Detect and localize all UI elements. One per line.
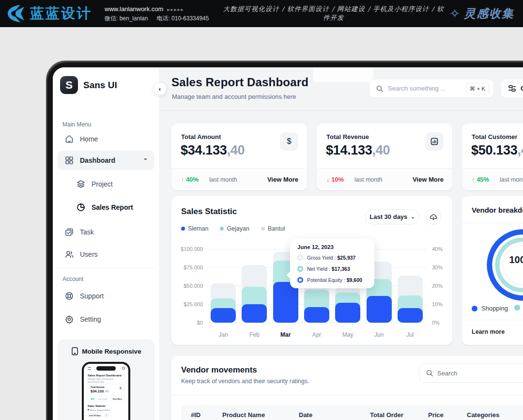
- home-icon: [64, 134, 74, 144]
- mobile-card-title: Mobile Responsive: [82, 348, 141, 355]
- view-more-link[interactable]: View More: [267, 176, 298, 183]
- table-search-input[interactable]: Search: [419, 363, 523, 383]
- vendor-breakdown-card: Vendor breakdown 100% Shopping Learn mor…: [462, 196, 523, 345]
- sidebar-item-sales-report[interactable]: Sales Report: [58, 198, 154, 217]
- banner-wechat: 微信: ben_lanlan: [105, 15, 148, 22]
- sidebar-item-users[interactable]: Users: [58, 245, 154, 264]
- banner-arrows: ▸▸▸▸▸: [167, 7, 184, 12]
- download-button[interactable]: [425, 209, 441, 225]
- gross-yield-ring-icon: [297, 255, 303, 261]
- promo-banner: 蓝蓝设计 www.lanlanwork.com▸▸▸▸▸ 微信: ben_lan…: [0, 0, 523, 27]
- sidebar-item-label: Setting: [80, 315, 101, 323]
- dashboard-screen: S Sans UI Main Menu Home Dashboard ⌃ Pro…: [53, 67, 523, 420]
- sidebar-item-label: Support: [80, 292, 104, 300]
- stat-title: Total Amount: [181, 133, 221, 140]
- sidebar-item-setting[interactable]: Setting: [58, 310, 154, 329]
- sidebar-item-project[interactable]: Project: [58, 174, 154, 194]
- lanlan-logo-icon: [6, 4, 27, 23]
- top-tab: [313, 67, 373, 82]
- sidebar-item-dashboard[interactable]: Dashboard ⌃: [58, 151, 154, 170]
- sidebar-item-home[interactable]: Home: [58, 129, 154, 149]
- mobile-responsive-card: Mobile Responsive Sales Report Dashboard…: [58, 339, 155, 420]
- bar-sleman-may[interactable]: [335, 303, 360, 323]
- chart-legend: SlemanGejayanBantul: [181, 225, 285, 232]
- main-menu-label: Main Menu: [62, 121, 91, 128]
- search-icon: [426, 369, 433, 377]
- banner-website: www.lanlanwork.com: [105, 5, 163, 13]
- x-axis-label: Jun: [363, 331, 394, 338]
- tooltip-row: Net Yield : $17,363: [297, 266, 350, 272]
- brand: S Sans UI: [60, 76, 117, 94]
- legend-dot: [261, 227, 265, 231]
- stat-value: $50.133,40: [471, 143, 523, 158]
- y-axis-tick-right: 40%: [432, 246, 451, 252]
- banner-collect: ✧ 灵感收集: [449, 6, 514, 21]
- table-column-header: Price: [428, 411, 444, 419]
- legend-dot: [181, 227, 185, 231]
- x-axis-label: Jan: [208, 331, 239, 338]
- mini-legend: Sleman Gejayan Bantul: [88, 409, 110, 411]
- divider: [171, 395, 523, 395]
- table-header-row: #IDProduct NameDateTotal OrderPriceCateg…: [181, 404, 523, 420]
- lanlan-logo: 蓝蓝设计: [6, 4, 92, 23]
- sidebar-divider: [58, 268, 154, 268]
- sidebar-collapse-button[interactable]: ‹: [153, 82, 167, 95]
- potential-equity-ring-icon: [297, 277, 303, 283]
- view-more-link[interactable]: View More: [413, 176, 444, 183]
- sidebar-item-label: Dashboard: [80, 156, 115, 164]
- stat-card-total-revenue: Total Revenue $14.133,40 ↓ 10% last mont…: [317, 124, 452, 190]
- customize-button[interactable]: Customize: [501, 79, 523, 98]
- banner-services: 大数据可视化设计 / 软件界面设计 / 网站建设 / 手机及小程序设计 / 软件…: [217, 5, 449, 22]
- y-axis-tick-right: 10%: [432, 301, 451, 307]
- legend-item-sleman: Sleman: [181, 225, 208, 232]
- legend-dot: [220, 227, 224, 231]
- dollar-icon: $: [280, 132, 298, 151]
- mini-stat-card: Total Amount $34.133,40 $ 40% last month…: [87, 384, 125, 401]
- trend-note: last month: [354, 176, 383, 183]
- table-column-header: Date: [299, 411, 312, 419]
- task-icon: [64, 227, 74, 237]
- stat-card-total-amount: Total Amount $34.133,40 $ ↑ 40% last mon…: [171, 124, 307, 190]
- sidebar-item-task[interactable]: Task: [58, 222, 154, 242]
- donut-legend-shopping: Shopping: [472, 305, 508, 312]
- tooltip-row: Gross Yield : $25,937: [297, 255, 355, 261]
- y-axis-tick-left: $75.000: [174, 264, 203, 270]
- gear-icon: [64, 314, 74, 324]
- sidebar-item-label: Home: [80, 135, 98, 143]
- bar-sleman-jan[interactable]: [211, 308, 236, 323]
- table-column-header: Total Order: [370, 411, 403, 419]
- donut-center-value: 100%: [508, 254, 523, 265]
- stat-card-total-customer: Total Customer $50.133,40 ↑ 45% last mon…: [462, 124, 523, 190]
- bar-sleman-jun[interactable]: [367, 296, 392, 323]
- brand-logo-icon: S: [60, 76, 78, 94]
- mini-menu-icon: [88, 367, 91, 370]
- page-subtitle: Manage team and account permissions here: [172, 93, 296, 100]
- collect-text: 灵感收集: [464, 6, 514, 21]
- bar-sleman-apr[interactable]: [304, 307, 329, 323]
- stat-value: $14.133,40: [326, 143, 390, 158]
- sidebar: S Sans UI Main Menu Home Dashboard ⌃ Pro…: [53, 67, 160, 420]
- bar-chart-icon: [425, 132, 444, 151]
- x-axis-label: Apr: [301, 331, 332, 338]
- stat-title: Total Revenue: [326, 133, 369, 140]
- trend-note: last month: [500, 176, 523, 183]
- gridline: [208, 323, 426, 323]
- customize-label: Customize: [521, 85, 523, 92]
- net-yield-ring-icon: [297, 266, 303, 272]
- sidebar-item-support[interactable]: Support: [58, 286, 154, 306]
- lanlan-logo-text: 蓝蓝设计: [30, 4, 92, 23]
- bar-sleman-jul[interactable]: [398, 308, 423, 323]
- divider: [462, 320, 523, 320]
- banner-phone: 电话: 010-63334945: [156, 15, 209, 22]
- chart-tooltip: June 12, 2023 Gross Yield : $25,937 Net …: [290, 238, 374, 288]
- learn-more-link[interactable]: Learn more: [472, 328, 505, 335]
- bar-sleman-feb[interactable]: [242, 304, 267, 323]
- x-axis-label: Mar: [270, 331, 301, 338]
- stat-title: Total Customer: [472, 133, 517, 140]
- search-icon: [376, 85, 384, 93]
- global-search-input[interactable]: Search something ... ⌘ + K: [369, 79, 494, 98]
- search-placeholder: Search something ...: [388, 85, 466, 92]
- y-axis-tick-left: $25.000: [174, 301, 203, 307]
- mini-dollar-icon: $: [119, 386, 123, 390]
- date-range-button[interactable]: Last 30 days ⌄: [365, 209, 419, 224]
